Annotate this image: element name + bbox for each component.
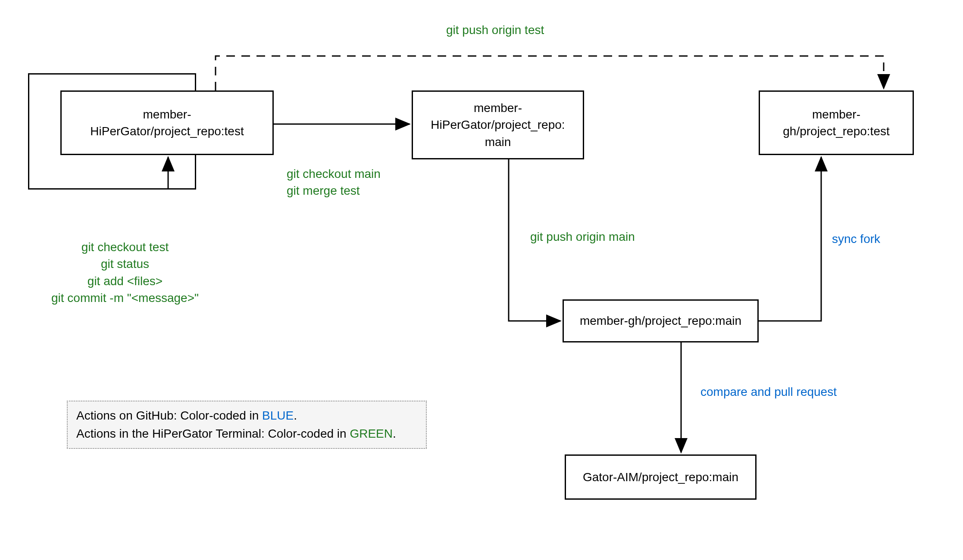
node-hipergator-test-label: member- HiPerGator/project_repo:test [90,106,244,140]
node-gatoraim-main: Gator-AIM/project_repo:main [565,454,757,500]
node-gatoraim-main-label: Gator-AIM/project_repo:main [583,469,738,485]
label-compare-pr: compare and pull request [700,383,837,400]
arrow-sync-fork [759,157,821,321]
node-hipergator-main-label: member- HiPerGator/project_repo: main [431,100,565,150]
legend-line-github: Actions on GitHub: Color-coded in BLUE. [76,407,417,425]
node-gh-test: member- gh/project_repo:test [759,90,914,155]
node-hipergator-main: member- HiPerGator/project_repo: main [412,90,584,159]
node-gh-test-label: member- gh/project_repo:test [783,106,890,140]
label-checkout-merge: git checkout main git merge test [287,149,381,199]
node-gh-main: member-gh/project_repo:main [563,299,759,342]
node-gh-main-label: member-gh/project_repo:main [580,312,741,329]
label-sync-fork: sync fork [832,230,880,247]
label-push-test: git push origin test [446,22,544,38]
label-checkout-status: git checkout test git status git add <fi… [22,222,228,306]
label-push-main: git push origin main [530,228,635,245]
arrow-push-test-dashed [216,56,884,90]
legend-line-terminal: Actions in the HiPerGator Terminal: Colo… [76,425,417,443]
node-hipergator-test: member- HiPerGator/project_repo:test [60,90,274,155]
legend-box: Actions on GitHub: Color-coded in BLUE. … [67,401,427,449]
